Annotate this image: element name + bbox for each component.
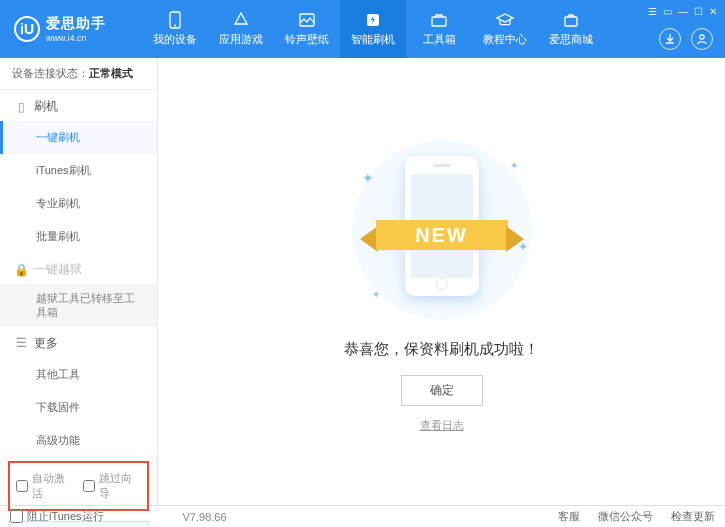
section-jailbreak: 🔒 一键越狱 xyxy=(0,253,157,284)
jailbreak-note: 越狱工具已转移至工具箱 xyxy=(0,284,157,327)
app-url: www.i4.cn xyxy=(46,33,106,43)
toolbox-icon xyxy=(430,11,448,29)
phone-icon xyxy=(166,11,184,29)
device-status: 设备连接状态：正常模式 xyxy=(0,58,157,90)
success-message: 恭喜您，保资料刷机成功啦！ xyxy=(344,340,539,359)
app-title: 爱思助手 xyxy=(46,15,106,33)
svg-rect-5 xyxy=(565,17,577,26)
version-label: V7.98.66 xyxy=(183,511,227,523)
nav-my-device[interactable]: 我的设备 xyxy=(142,0,208,58)
nav-apps[interactable]: 应用游戏 xyxy=(208,0,274,58)
nav-flash[interactable]: 智能刷机 xyxy=(340,0,406,58)
svg-point-6 xyxy=(700,35,704,39)
grad-cap-icon xyxy=(496,11,514,29)
nav-store[interactable]: 爱思商城 xyxy=(538,0,604,58)
main-content: ✦ ✦ ✦ ✦ NEW 恭喜您，保资料刷机成功啦！ 确定 查看日志 xyxy=(158,58,725,505)
view-log-link[interactable]: 查看日志 xyxy=(420,418,464,433)
nav-ringtone[interactable]: 铃声壁纸 xyxy=(274,0,340,58)
sidebar-item-other-tools[interactable]: 其他工具 xyxy=(0,358,157,391)
sidebar-item-itunes-flash[interactable]: iTunes刷机 xyxy=(0,154,157,187)
svg-rect-4 xyxy=(432,17,446,26)
sidebar-item-onekey-flash[interactable]: 一键刷机 xyxy=(0,121,157,154)
footer-link-update[interactable]: 检查更新 xyxy=(671,509,715,524)
new-ribbon-icon: NEW xyxy=(364,216,520,256)
image-icon xyxy=(298,11,316,29)
nav-tutorial[interactable]: 教程中心 xyxy=(472,0,538,58)
sidebar-item-pro-flash[interactable]: 专业刷机 xyxy=(0,187,157,220)
footer-link-support[interactable]: 客服 xyxy=(558,509,580,524)
ok-button[interactable]: 确定 xyxy=(401,375,483,406)
sidebar: 设备连接状态：正常模式 ▯ 刷机 一键刷机 iTunes刷机 专业刷机 批量刷机… xyxy=(0,58,158,505)
sidebar-item-batch-flash[interactable]: 批量刷机 xyxy=(0,220,157,253)
checkbox-auto-activate[interactable]: 自动激活 xyxy=(16,471,75,501)
menu-small-icon: ☰ xyxy=(14,336,28,350)
app-header: iU 爱思助手 www.i4.cn 我的设备 应用游戏 铃声壁纸 xyxy=(0,0,725,58)
sidebar-item-advanced[interactable]: 高级功能 xyxy=(0,424,157,457)
section-more[interactable]: ☰ 更多 xyxy=(0,327,157,358)
minimize-icon[interactable]: — xyxy=(678,6,688,17)
logo: iU 爱思助手 www.i4.cn xyxy=(0,15,142,43)
window-controls: ☰ ▭ — ☐ ✕ xyxy=(648,6,717,17)
top-nav: 我的设备 应用游戏 铃声壁纸 智能刷机 工具箱 xyxy=(142,0,604,58)
checkbox-block-itunes[interactable]: 阻止iTunes运行 xyxy=(10,509,104,524)
store-icon xyxy=(562,11,580,29)
close-icon[interactable]: ✕ xyxy=(709,6,717,17)
highlight-box: 自动激活 跳过向导 xyxy=(8,461,149,511)
section-flash[interactable]: ▯ 刷机 xyxy=(0,90,157,121)
skin-icon[interactable]: ▭ xyxy=(663,6,672,17)
success-illustration: ✦ ✦ ✦ ✦ NEW xyxy=(342,130,542,330)
checkbox-skip-guide[interactable]: 跳过向导 xyxy=(83,471,142,501)
download-icon[interactable] xyxy=(659,28,681,50)
user-icon[interactable] xyxy=(691,28,713,50)
sidebar-item-download-firmware[interactable]: 下载固件 xyxy=(0,391,157,424)
footer-link-wechat[interactable]: 微信公众号 xyxy=(598,509,653,524)
logo-icon: iU xyxy=(14,16,40,42)
menu-icon[interactable]: ☰ xyxy=(648,6,657,17)
svg-point-1 xyxy=(174,25,176,27)
flash-icon xyxy=(364,11,382,29)
phone-small-icon: ▯ xyxy=(14,100,28,114)
maximize-icon[interactable]: ☐ xyxy=(694,6,703,17)
nav-toolbox[interactable]: 工具箱 xyxy=(406,0,472,58)
lock-icon: 🔒 xyxy=(14,263,28,277)
apps-icon xyxy=(232,11,250,29)
